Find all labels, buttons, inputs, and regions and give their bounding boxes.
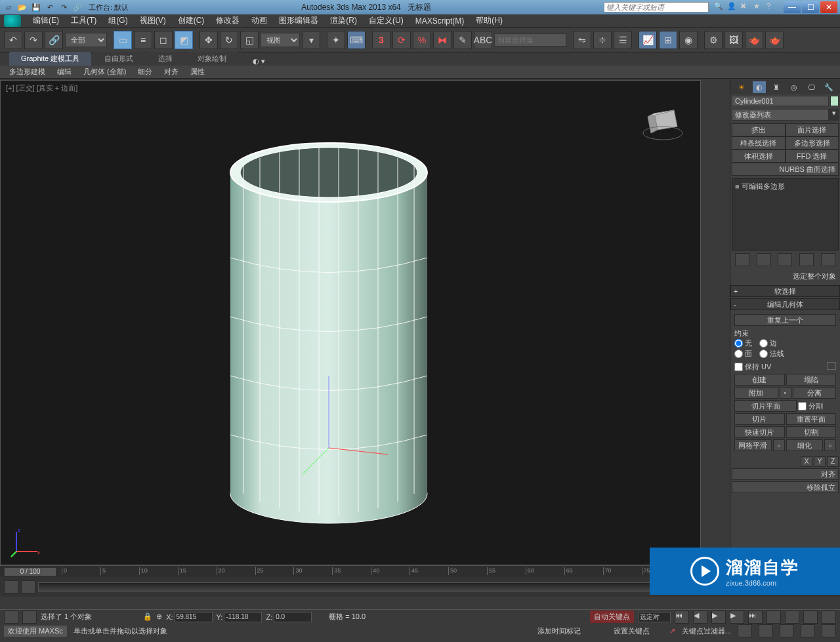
new-icon[interactable]: ▱ [3, 2, 14, 12]
time-config-icon[interactable] [738, 624, 752, 637]
layers-button[interactable]: ☰ [614, 31, 632, 49]
create-tab-icon[interactable]: ☀ [735, 81, 748, 93]
render-button[interactable]: 🫖 [745, 31, 763, 49]
utilities-tab-icon[interactable]: 🔧 [822, 81, 835, 93]
show-end-result-icon[interactable] [757, 253, 771, 266]
display-tab-icon[interactable]: 🖵 [805, 81, 818, 93]
btn-grid-align[interactable]: 对齐 [732, 468, 839, 480]
play-start-icon[interactable]: ⏮ [675, 611, 689, 624]
btn-extrude[interactable]: 挤出 [732, 123, 786, 136]
btn-create[interactable]: 创建 [734, 374, 785, 386]
ribbon-tab-freeform[interactable]: 自由形式 [93, 52, 145, 66]
constraint-normal[interactable]: 法线 [759, 349, 784, 359]
status-icon-2[interactable] [22, 611, 37, 624]
menu-rendering[interactable]: 渲染(R) [325, 14, 362, 28]
edit-named-sel-button[interactable]: ✎ [453, 31, 472, 49]
nav-2-icon[interactable] [780, 624, 794, 637]
maxscript-listener[interactable]: 欢迎使用 MAXSc [4, 626, 67, 637]
close-button[interactable]: ✕ [820, 1, 837, 13]
panel-properties[interactable]: 属性 [185, 66, 210, 78]
panel-align[interactable]: 对齐 [159, 66, 184, 78]
modifier-list-combo[interactable] [732, 109, 829, 121]
object-color-swatch[interactable] [830, 96, 839, 106]
configure-sets-icon[interactable] [821, 253, 835, 266]
btn-spline-select[interactable]: 样条线选择 [732, 136, 786, 150]
workspace-label[interactable]: 工作台: 默认 [89, 3, 129, 12]
add-time-tag[interactable]: 添加时间标记 [537, 626, 581, 636]
constraint-edge[interactable]: 边 [759, 338, 777, 348]
ribbon-tab-paint[interactable]: 对象绘制 [186, 52, 238, 66]
undo-button[interactable]: ↶ [4, 31, 22, 49]
maximize-button[interactable]: ☐ [802, 1, 819, 13]
constraint-face[interactable]: 面 [734, 349, 752, 359]
btn-slice-plane[interactable]: 切片平面 [734, 400, 797, 412]
rollout-soft-selection[interactable]: +软选择 [730, 285, 840, 297]
open-icon[interactable]: 📂 [16, 2, 28, 12]
nav-zoom-icon[interactable] [766, 611, 781, 624]
menu-views[interactable]: 视图(V) [135, 14, 171, 28]
rotate-button[interactable]: ↻ [220, 31, 238, 49]
keyboard-shortcut-button[interactable]: ⌨ [347, 31, 366, 49]
btn-ffd-select[interactable]: FFD 选择 [786, 150, 839, 163]
material-editor-button[interactable]: ◉ [679, 31, 698, 49]
select-object-button[interactable]: ▭ [114, 31, 132, 49]
object-name-input[interactable] [732, 96, 829, 106]
panel-poly-model[interactable]: 多边形建模 [4, 66, 51, 78]
btn-remove-iso[interactable]: 移除孤立 [732, 481, 839, 493]
named-sel-button[interactable]: ABC [474, 31, 492, 49]
remove-mod-icon[interactable] [799, 253, 814, 266]
selection-filter[interactable]: 全部 [65, 33, 107, 47]
help-search-input[interactable] [604, 2, 709, 12]
nav-1-icon[interactable] [759, 624, 773, 637]
menu-customize[interactable]: 自定义(U) [364, 14, 409, 28]
mirror-button[interactable]: ⇋ [573, 31, 591, 49]
btn-mesh-select[interactable]: 面片选择 [786, 123, 839, 136]
link-icon[interactable]: 🔗 [72, 2, 83, 12]
nav-4-icon[interactable] [822, 624, 836, 637]
link-button[interactable]: 🔗 [45, 31, 63, 49]
help-icon[interactable]: ? [766, 2, 777, 12]
exchange-icon[interactable]: ✖ [740, 2, 751, 12]
btn-repeat-last[interactable]: 重复上一个 [734, 314, 836, 326]
menu-grapheditors[interactable]: 图形编辑器 [274, 14, 324, 28]
rollout-edit-geometry[interactable]: -编辑几何体 [730, 298, 840, 310]
menu-edit[interactable]: 编辑(E) [28, 14, 64, 28]
panel-subdivide[interactable]: 细分 [133, 66, 158, 78]
panel-geometry[interactable]: 几何体 (全部) [78, 66, 131, 78]
window-crossing-button[interactable]: ◩ [175, 31, 193, 49]
trackbar-btn-1[interactable] [4, 580, 18, 593]
percent-snap-button[interactable]: % [413, 31, 431, 49]
trackbar-btn-2[interactable] [21, 580, 35, 593]
axis-z[interactable]: Z [827, 456, 839, 467]
btn-poly-select[interactable]: 多边形选择 [786, 136, 839, 150]
menu-help[interactable]: 帮助(H) [471, 14, 508, 28]
menu-tools[interactable]: 工具(T) [66, 14, 102, 28]
snap-3-button[interactable]: 3 [372, 31, 390, 49]
key-filter-combo[interactable] [638, 612, 671, 622]
search-icon[interactable]: 🔍 [714, 2, 724, 12]
time-slider[interactable]: 0 / 100 [4, 567, 56, 576]
nav-3-icon[interactable] [801, 624, 815, 637]
ribbon-tab-selection[interactable]: 选择 [146, 52, 184, 66]
play-end-icon[interactable]: ⏭ [748, 611, 763, 624]
schematic-view-button[interactable]: ⊞ [659, 31, 677, 49]
angle-snap-button[interactable]: ⟳ [392, 31, 411, 49]
btn-attach-list[interactable]: ▫ [780, 387, 791, 399]
axis-x[interactable]: X [801, 456, 812, 467]
pivot-button[interactable]: ▾ [302, 31, 320, 49]
rendered-frame-button[interactable]: 🖼 [724, 31, 743, 49]
axis-y[interactable]: Y [814, 456, 826, 467]
play-prev-icon[interactable]: ◀ [693, 611, 707, 624]
btn-attach[interactable]: 附加 [734, 387, 778, 399]
btn-msmooth-opt[interactable]: ▫ [773, 439, 785, 451]
undo-icon[interactable]: ↶ [44, 2, 56, 12]
preserve-uv-settings-icon[interactable] [827, 362, 836, 370]
status-icon-1[interactable] [4, 611, 18, 624]
render-setup-button[interactable]: ⚙ [704, 31, 723, 49]
modifier-list-arrow[interactable]: ▾ [829, 109, 839, 121]
btn-quickslice[interactable]: 快速切片 [734, 426, 785, 438]
btn-tessellate[interactable]: 细化 [786, 439, 824, 451]
viewport[interactable]: [+] [正交] [真实 + 边面] [0, 80, 701, 565]
y-coord-input[interactable] [224, 612, 262, 622]
select-whole-object[interactable]: 选定整个对象 [730, 269, 840, 284]
